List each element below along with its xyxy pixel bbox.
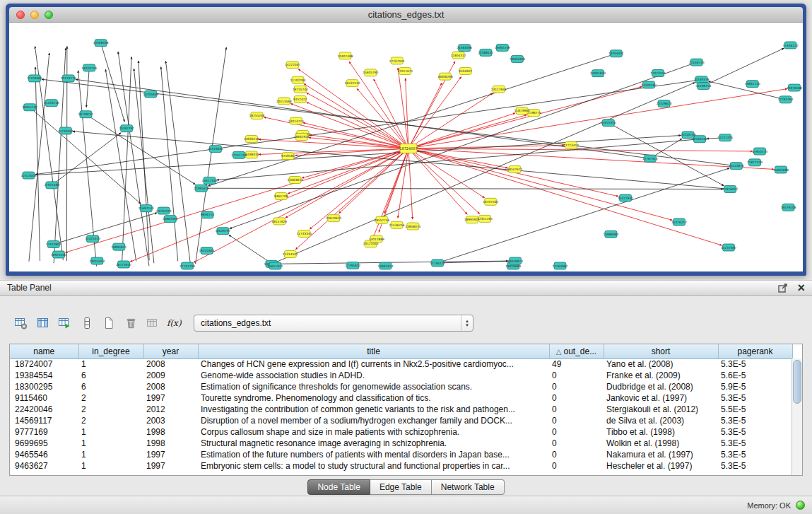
network-view[interactable]: 1872400719715744189959142311294117011671… — [9, 23, 803, 271]
graph-node-label: 12311265 — [477, 217, 493, 221]
table-row[interactable]: 911546021997Tourette syndrome. Phenomeno… — [10, 392, 792, 404]
cell-name: 9699695 — [10, 438, 78, 449]
cell-in_degree: 2 — [78, 392, 143, 404]
graph-node-label: 12323003 — [20, 174, 36, 177]
cell-pagerank: 5.9E-5 — [718, 381, 792, 392]
graph-edge — [66, 148, 408, 252]
graph-node-label: 16707560 — [483, 200, 498, 204]
graph-node-label: 20319641 — [208, 147, 223, 151]
tab-node-table[interactable]: Node Table — [307, 479, 370, 495]
window-close-button[interactable] — [16, 11, 25, 19]
cell-title: Changes of HCN gene expression and I(f) … — [198, 358, 549, 370]
scrollbar-thumb[interactable] — [793, 360, 801, 404]
new-file-button[interactable] — [98, 314, 119, 332]
cell-name: 19384554 — [10, 370, 78, 381]
delete-button[interactable] — [119, 314, 141, 332]
graph-node-label: 19715744 — [293, 88, 308, 91]
cell-out_degree: 49 — [549, 358, 604, 370]
cell-title: Investigating the contribution of common… — [198, 404, 549, 415]
table-row[interactable]: 2242004622012Investigating the contribut… — [10, 404, 792, 415]
table-settings-button[interactable] — [10, 314, 32, 332]
column-header-pagerank[interactable]: pagerank — [718, 344, 792, 358]
graph-node-label: 15348220 — [783, 44, 799, 47]
column-strip-button[interactable] — [76, 314, 98, 332]
table-selector-dropdown[interactable]: citations_edges.txt ▲ ▼ — [194, 315, 473, 332]
cell-title: Estimation of significance thresholds fo… — [198, 381, 549, 392]
network-window[interactable]: citations_edges.txt 18724007197157441899… — [6, 4, 806, 276]
table-disabled-button[interactable] — [141, 314, 163, 332]
table-row[interactable]: 1456911722003Disruption of a novel membe… — [10, 415, 792, 426]
graph-node-label: 16924200 — [51, 253, 66, 257]
cell-in_degree: 1 — [78, 358, 143, 370]
graph-node-label: 20670623 — [326, 216, 341, 220]
cell-short: Tibbo et al. (1998) — [604, 426, 718, 438]
graph-node-label: 23112941 — [491, 88, 507, 91]
tab-edge-table[interactable]: Edge Table — [370, 479, 432, 495]
column-header-short[interactable]: short — [604, 344, 718, 358]
delete-icon — [124, 317, 137, 329]
graph-node-label: 17730594 — [58, 129, 73, 133]
graph-node-label: 23046874 — [507, 259, 523, 263]
cell-short: Franke et al. (2009) — [604, 370, 718, 381]
column-header-name[interactable]: name — [10, 344, 78, 358]
graph-node-label: 22388132 — [478, 51, 493, 54]
graph-node-label: 16055747 — [22, 105, 37, 109]
column-header-title[interactable]: title — [198, 344, 549, 358]
graph-node-label: 16029797 — [215, 229, 230, 233]
graph-edge — [303, 122, 408, 148]
network-canvas[interactable]: 1872400719715744189959142311294117011671… — [9, 23, 803, 271]
graph-node-label: 20513568 — [276, 100, 292, 103]
graph-node-label: 24383096 — [457, 46, 472, 49]
cell-year: 1997 — [143, 449, 198, 460]
cell-pagerank: 5.3E-5 — [718, 460, 792, 472]
table-row[interactable]: 1872400712008Changes of HCN gene express… — [10, 358, 792, 370]
graph-node-label: 19708731 — [78, 112, 93, 116]
cell-name: 18300295 — [10, 381, 78, 392]
column-header-in_degree[interactable]: in_degree — [78, 344, 143, 358]
graph-edge — [86, 115, 195, 185]
graph-node-label: 9152422 — [293, 98, 307, 101]
cell-name: 9463627 — [10, 460, 78, 472]
table-settings-icon — [14, 317, 28, 329]
graph-edge — [408, 87, 642, 148]
graph-node-label: 22146733 — [689, 61, 705, 64]
window-titlebar[interactable]: citations_edges.txt — [9, 7, 803, 23]
table-row[interactable]: 1938455462009Genome-wide association stu… — [10, 370, 792, 381]
cell-in_degree: 6 — [78, 370, 143, 381]
cell-name: 9115460 — [10, 392, 78, 404]
table-columns-button[interactable] — [32, 314, 54, 332]
cell-pagerank: 5.3E-5 — [718, 392, 792, 404]
graph-edge — [408, 148, 672, 220]
graph-edge — [703, 48, 784, 86]
cell-in_degree: 1 — [78, 460, 143, 472]
graph-node-label: 15886380 — [603, 233, 618, 236]
table-row[interactable]: 1830029562008Estimation of significance … — [10, 381, 792, 392]
function-button[interactable]: f(x) — [163, 314, 185, 332]
graph-node-label: 9759585 — [281, 154, 295, 158]
function-icon: f(x) — [166, 317, 183, 329]
graph-edge — [208, 54, 616, 186]
table-row[interactable]: 977716911998Corpus callosum shape and si… — [10, 426, 792, 438]
table-row[interactable]: 946362711997Embryonic stem cells: a mode… — [10, 460, 792, 472]
column-header-year[interactable]: year — [143, 344, 198, 358]
graph-edge — [408, 148, 722, 245]
graph-node-label: 18662920 — [294, 135, 310, 139]
graph-node-label: 24930218 — [244, 137, 259, 141]
tab-network-table[interactable]: Network Table — [432, 479, 505, 495]
column-header-out_degree[interactable]: △out_de... — [549, 344, 604, 358]
cell-name: 14569117 — [10, 415, 78, 426]
table-row[interactable]: 946554611997Estimation of the future num… — [10, 449, 792, 460]
float-panel-icon[interactable] — [778, 283, 789, 293]
graph-node-label: 14222047 — [285, 63, 300, 66]
vertical-scrollbar[interactable] — [792, 358, 802, 475]
graph-node-label: 12675355 — [601, 121, 616, 124]
cell-short: Stergiakouli et al. (2012) — [604, 404, 718, 415]
window-minimize-button[interactable] — [30, 11, 39, 19]
graph-node-label: 24863305 — [163, 217, 178, 221]
close-panel-icon[interactable]: × — [797, 283, 805, 293]
cell-year: 2009 — [143, 370, 198, 381]
window-zoom-button[interactable] — [45, 11, 53, 19]
graph-node-label: 15605790 — [363, 71, 378, 74]
table-row[interactable]: 969969511998Structural magnetic resonanc… — [10, 438, 792, 449]
table-import-button[interactable] — [54, 314, 76, 332]
